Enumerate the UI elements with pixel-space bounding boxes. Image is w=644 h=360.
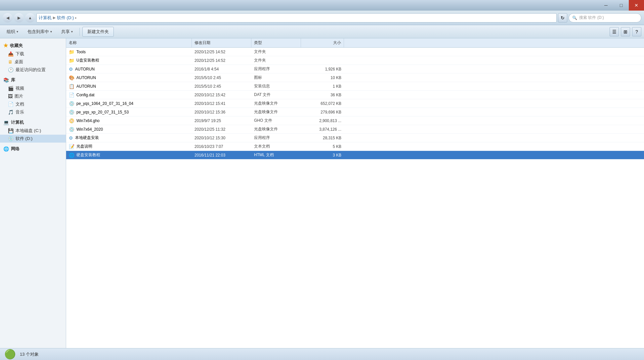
computer-icon: 💻 [3, 120, 9, 125]
sidebar-item-documents[interactable]: 📄 文档 [0, 100, 66, 108]
table-row[interactable]: 💿 Win7x64_2020 2020/12/25 11:32 光盘映像文件 3… [66, 125, 644, 134]
new-folder-button[interactable]: 新建文件夹 [82, 27, 114, 37]
table-row[interactable]: 📁 U盘安装教程 2020/12/25 14:52 文件夹 [66, 56, 644, 65]
sidebar: ★ 收藏夹 📥 下载 🖥 桌面 🕐 最近访问的位置 📚 库 🎬 [0, 38, 66, 348]
file-name-8: Win7x64.gho [76, 118, 100, 123]
documents-icon: 📄 [8, 102, 14, 107]
organize-arrow: ▾ [17, 30, 18, 33]
breadcrumb-drive[interactable]: 软件 (D:) [57, 15, 74, 21]
file-name-4: AUTORUN [76, 84, 96, 89]
cell-size-4: 1 KB [301, 82, 344, 90]
cell-date-0: 2020/12/25 14:52 [192, 48, 251, 56]
forward-button[interactable]: ▶ [14, 13, 24, 22]
cell-date-9: 2020/12/25 11:32 [192, 125, 251, 133]
cell-size-10: 28,315 KB [301, 134, 344, 142]
cell-name-0: 📁 Tools [66, 48, 192, 56]
cell-type-3: 图标 [251, 73, 301, 82]
breadcrumb[interactable]: 计算机 ▶ 软件 (D:) ▸ [36, 13, 557, 22]
breadcrumb-sep-1: ▶ [53, 16, 56, 20]
sidebar-computer-header[interactable]: 💻 计算机 [0, 118, 66, 127]
up-button[interactable]: ▲ [25, 13, 35, 22]
close-button[interactable]: ✕ [629, 0, 644, 11]
table-row[interactable]: 📄 Config.dat 2020/10/12 15:42 DAT 文件 36 … [66, 91, 644, 99]
cell-size-11: 5 KB [301, 142, 344, 151]
sidebar-item-pictures-label: 图片 [15, 93, 23, 99]
cell-name-1: 📁 U盘安装教程 [66, 56, 192, 65]
main-content: ★ 收藏夹 📥 下载 🖥 桌面 🕐 最近访问的位置 📚 库 🎬 [0, 38, 644, 348]
sidebar-item-pictures[interactable]: 🖼 图片 [0, 92, 66, 100]
sidebar-network-header[interactable]: 🌐 网络 [0, 145, 66, 153]
include-label: 包含到库中 [27, 29, 49, 35]
cell-size-3: 10 KB [301, 73, 344, 82]
back-button[interactable]: ◀ [3, 13, 13, 22]
pictures-icon: 🖼 [8, 94, 13, 99]
view-options-button[interactable]: ☰ [610, 27, 619, 36]
view-toggle-button[interactable]: ⊞ [621, 27, 630, 36]
table-row[interactable]: 📋 AUTORUN 2015/5/10 2:45 安装信息 1 KB [66, 82, 644, 91]
table-row[interactable]: 🎨 AUTORUN 2015/5/10 2:45 图标 10 KB [66, 73, 644, 82]
share-button[interactable]: 共享 ▾ [57, 27, 77, 37]
col-header-date[interactable]: 修改日期 [192, 38, 251, 47]
file-name-12: 硬盘安装教程 [76, 152, 100, 158]
cell-name-9: 💿 Win7x64_2020 [66, 125, 192, 133]
cell-date-8: 2019/9/7 19:25 [192, 116, 251, 125]
cell-name-5: 📄 Config.dat [66, 91, 192, 99]
share-label: 共享 [61, 29, 70, 35]
library-label: 库 [11, 77, 15, 83]
table-row[interactable]: ⚙ AUTORUN 2016/1/8 4:54 应用程序 1,926 KB [66, 65, 644, 73]
sidebar-item-drive-d[interactable]: 💿 软件 (D:) [0, 135, 66, 143]
cell-date-11: 2016/10/23 7:07 [192, 142, 251, 151]
minimize-button[interactable]: ─ [598, 0, 614, 11]
cell-name-11: 📝 光盘说明 [66, 142, 192, 151]
sidebar-item-drive-d-label: 软件 (D:) [16, 136, 32, 142]
cell-type-0: 文件夹 [251, 48, 301, 56]
favorites-label: 收藏夹 [10, 43, 23, 49]
sidebar-item-drive-c-label: 本地磁盘 (C:) [16, 128, 41, 134]
table-row[interactable]: 💿 pe_yqs_1064_20_07_31_16_04 2020/10/12 … [66, 99, 644, 108]
search-box[interactable]: 🔍 搜索 软件 (D:) [569, 13, 641, 22]
help-button[interactable]: ? [632, 27, 641, 36]
sidebar-item-drive-c[interactable]: 💾 本地磁盘 (C:) [0, 127, 66, 135]
file-name-10: 本地硬盘安装 [75, 135, 99, 141]
sidebar-item-desktop[interactable]: 🖥 桌面 [0, 58, 66, 66]
table-row[interactable]: 📁 Tools 2020/12/25 14:52 文件夹 [66, 48, 644, 56]
sidebar-item-video-label: 视频 [16, 85, 24, 91]
col-header-name[interactable]: 名称 [66, 38, 192, 47]
breadcrumb-computer[interactable]: 计算机 [39, 15, 52, 21]
sidebar-item-recent[interactable]: 🕐 最近访问的位置 [0, 66, 66, 74]
network-icon: 🌐 [3, 146, 9, 152]
cell-size-1 [301, 56, 344, 65]
toggle-icon: ⊞ [623, 29, 627, 34]
table-row[interactable]: 📝 光盘说明 2016/10/23 7:07 文本文档 5 KB [66, 142, 644, 151]
col-header-size[interactable]: 大小 [301, 38, 344, 47]
addressbar: ◀ ▶ ▲ 计算机 ▶ 软件 (D:) ▸ ↻ 🔍 搜索 软件 (D:) [0, 11, 644, 25]
file-name-9: Win7x64_2020 [76, 127, 103, 132]
cell-size-8: 2,900,813 ... [301, 116, 344, 125]
sidebar-item-video[interactable]: 🎬 视频 [0, 84, 66, 92]
cell-type-11: 文本文档 [251, 142, 301, 151]
table-row[interactable]: 🌐 硬盘安装教程 2016/11/21 22:03 HTML 文档 3 KB [66, 151, 644, 159]
cell-date-12: 2016/11/21 22:03 [192, 151, 251, 159]
toolbar-right: ☰ ⊞ ? [610, 27, 641, 36]
include-button[interactable]: 包含到库中 ▾ [23, 27, 56, 37]
breadcrumb-dropdown-arrow[interactable]: ▸ [75, 16, 77, 20]
organize-button[interactable]: 组织 ▾ [3, 27, 22, 37]
sidebar-library-header[interactable]: 📚 库 [0, 76, 66, 84]
include-arrow: ▾ [50, 30, 52, 33]
sidebar-item-download[interactable]: 📥 下载 [0, 50, 66, 58]
toolbar: 组织 ▾ 包含到库中 ▾ 共享 ▾ 新建文件夹 ☰ ⊞ ? [0, 25, 644, 38]
table-row[interactable]: ⚙ 本地硬盘安装 2020/10/12 15:30 应用程序 28,315 KB [66, 134, 644, 142]
file-icon-2: ⚙ [69, 67, 73, 72]
sidebar-favorites-header[interactable]: ★ 收藏夹 [0, 41, 66, 50]
table-row[interactable]: 📀 Win7x64.gho 2019/9/7 19:25 GHO 文件 2,90… [66, 116, 644, 125]
col-header-type[interactable]: 类型 [251, 38, 301, 47]
refresh-button[interactable]: ↻ [558, 13, 567, 22]
organize-label: 组织 [7, 29, 15, 35]
help-icon: ? [635, 29, 638, 34]
share-arrow: ▾ [71, 30, 73, 33]
cell-type-4: 安装信息 [251, 82, 301, 90]
table-row[interactable]: 💿 pe_yqs_xp_20_07_31_15_53 2020/10/12 15… [66, 108, 644, 116]
sidebar-item-download-label: 下载 [16, 51, 24, 57]
maximize-button[interactable]: □ [614, 0, 629, 11]
sidebar-item-music[interactable]: 🎵 音乐 [0, 108, 66, 116]
